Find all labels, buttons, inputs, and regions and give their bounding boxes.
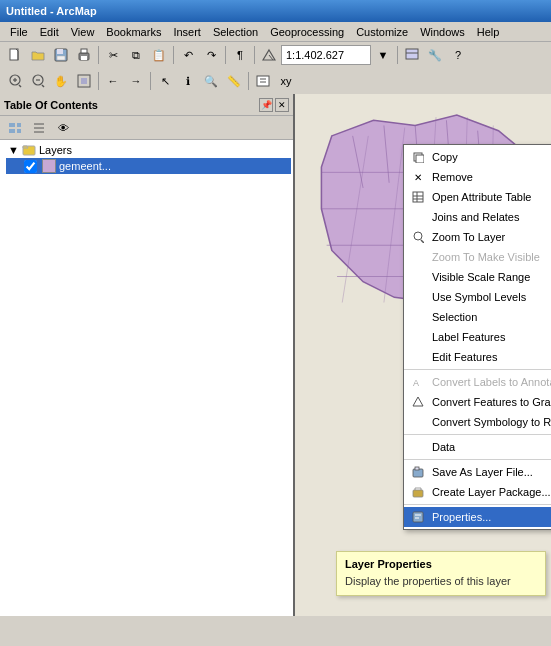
ctx-remove[interactable]: ✕ Remove — [404, 167, 551, 187]
magnify-button[interactable] — [401, 44, 423, 66]
tools-button[interactable]: 🔧 — [424, 44, 446, 66]
toc-title: Table Of Contents — [4, 99, 98, 111]
zoom-out-button[interactable] — [27, 70, 49, 92]
svg-rect-9 — [406, 49, 418, 59]
ctx-symbol-levels[interactable]: Use Symbol Levels — [404, 287, 551, 307]
save-button[interactable] — [50, 44, 72, 66]
toc-close-button[interactable]: ✕ — [275, 98, 289, 112]
forward-button[interactable]: → — [125, 70, 147, 92]
help-button[interactable]: ? — [447, 44, 469, 66]
attr-button[interactable] — [252, 70, 274, 92]
properties-icon — [410, 509, 426, 525]
paragraph-button[interactable]: ¶ — [229, 44, 251, 66]
svg-rect-25 — [9, 129, 15, 133]
table-icon — [410, 189, 426, 205]
ctx-symbol-levels-label: Use Symbol Levels — [432, 291, 526, 303]
undo-button[interactable]: ↶ — [177, 44, 199, 66]
menu-customize[interactable]: Customize — [350, 25, 414, 39]
scale-dropdown[interactable]: ▼ — [372, 44, 394, 66]
ctx-selection[interactable]: Selection ▶ — [404, 307, 551, 327]
ctx-convert-symbology[interactable]: Convert Symbology to Representation... — [404, 412, 551, 432]
menu-view[interactable]: View — [65, 25, 101, 39]
menu-edit[interactable]: Edit — [34, 25, 65, 39]
svg-rect-0 — [10, 49, 18, 60]
group-expand-arrow: ▼ — [8, 144, 19, 156]
toc-list-view-button[interactable] — [4, 117, 26, 139]
app-title: Untitled - ArcMap — [6, 5, 97, 17]
title-bar: Untitled - ArcMap — [0, 0, 551, 22]
toc-panel: Table Of Contents 📌 ✕ 👁 ▼ Layers — [0, 94, 295, 616]
svg-marker-56 — [413, 397, 423, 406]
ctx-zoom-layer[interactable]: Zoom To Layer — [404, 227, 551, 247]
select-button[interactable]: ↖ — [154, 70, 176, 92]
ctx-copy[interactable]: Copy — [404, 147, 551, 167]
ctx-properties[interactable]: Properties... — [404, 507, 551, 527]
menu-help[interactable]: Help — [471, 25, 506, 39]
svg-rect-19 — [81, 78, 87, 84]
layer-checkbox[interactable] — [24, 160, 37, 173]
scale-box[interactable]: 1:1.402.627 — [281, 45, 371, 65]
svg-rect-26 — [17, 129, 21, 133]
menu-selection[interactable]: Selection — [207, 25, 264, 39]
ctx-layer-package[interactable]: Create Layer Package... — [404, 482, 551, 502]
menu-windows[interactable]: Windows — [414, 25, 471, 39]
map-area[interactable]: Copy ✕ Remove Open Attribute Table Joins… — [295, 94, 551, 616]
copy-icon — [410, 149, 426, 165]
ctx-label-features[interactable]: Label Features — [404, 327, 551, 347]
ctx-save-layer[interactable]: Save As Layer File... — [404, 462, 551, 482]
menu-geoprocessing[interactable]: Geoprocessing — [264, 25, 350, 39]
open-button[interactable] — [27, 44, 49, 66]
ctx-zoom-visible: Zoom To Make Visible — [404, 247, 551, 267]
measure-button[interactable]: 📏 — [223, 70, 245, 92]
ctx-convert-graphics[interactable]: Convert Features to Graphics... — [404, 392, 551, 412]
toc-controls: 📌 ✕ — [259, 98, 289, 112]
ctx-remove-label: Remove — [432, 171, 473, 183]
full-extent-button[interactable] — [73, 70, 95, 92]
convert-graphics-icon — [410, 394, 426, 410]
ctx-visible-scale-label: Visible Scale Range — [432, 271, 530, 283]
svg-rect-24 — [17, 123, 21, 127]
toc-pin-button[interactable]: 📌 — [259, 98, 273, 112]
draw-button[interactable] — [258, 44, 280, 66]
ctx-convert-labels: A Convert Labels to Annotation... — [404, 372, 551, 392]
toolbar-row-1: ✂ ⧉ 📋 ↶ ↷ ¶ 1:1.402.627 ▼ 🔧 ? — [0, 42, 551, 68]
paste-button[interactable]: 📋 — [148, 44, 170, 66]
ctx-visible-scale[interactable]: Visible Scale Range ▶ — [404, 267, 551, 287]
ctx-joins[interactable]: Joins and Relates ▶ — [404, 207, 551, 227]
ctx-data[interactable]: Data ▶ — [404, 437, 551, 457]
copy-button[interactable]: ⧉ — [125, 44, 147, 66]
find-button[interactable]: 🔍 — [200, 70, 222, 92]
ctx-data-label: Data — [432, 441, 455, 453]
ctx-edit-features[interactable]: Edit Features ▶ — [404, 347, 551, 367]
print-button[interactable] — [73, 44, 95, 66]
toc-content: ▼ Layers gemeent... — [0, 140, 293, 616]
svg-point-53 — [414, 232, 422, 240]
ctx-convert-symbology-label: Convert Symbology to Representation... — [432, 416, 551, 428]
menu-file[interactable]: File — [4, 25, 34, 39]
ctx-selection-label: Selection — [432, 311, 477, 323]
toc-source-view-button[interactable] — [28, 117, 50, 139]
svg-rect-23 — [9, 123, 15, 127]
tooltip-popup: Layer Properties Display the properties … — [336, 551, 546, 596]
ctx-open-attr-table[interactable]: Open Attribute Table — [404, 187, 551, 207]
toc-header: Table Of Contents 📌 ✕ — [0, 94, 293, 116]
back-button[interactable]: ← — [102, 70, 124, 92]
menu-bookmarks[interactable]: Bookmarks — [100, 25, 167, 39]
new-button[interactable] — [4, 44, 26, 66]
xy-button[interactable]: xy — [275, 70, 297, 92]
toc-visibility-button[interactable]: 👁 — [52, 117, 74, 139]
svg-rect-48 — [416, 155, 424, 163]
menu-insert[interactable]: Insert — [167, 25, 207, 39]
zoom-in-button[interactable] — [4, 70, 26, 92]
svg-text:A: A — [413, 378, 419, 388]
cut-button[interactable]: ✂ — [102, 44, 124, 66]
sep2 — [173, 46, 174, 64]
toc-layer-gemeent[interactable]: gemeent... — [6, 158, 291, 174]
svg-rect-58 — [415, 467, 419, 470]
ctx-sep3 — [404, 459, 551, 460]
toc-group-layers[interactable]: ▼ Layers — [6, 142, 291, 158]
ctx-open-attr-label: Open Attribute Table — [432, 191, 531, 203]
identify-button[interactable]: ℹ — [177, 70, 199, 92]
redo-button[interactable]: ↷ — [200, 44, 222, 66]
pan-button[interactable]: ✋ — [50, 70, 72, 92]
